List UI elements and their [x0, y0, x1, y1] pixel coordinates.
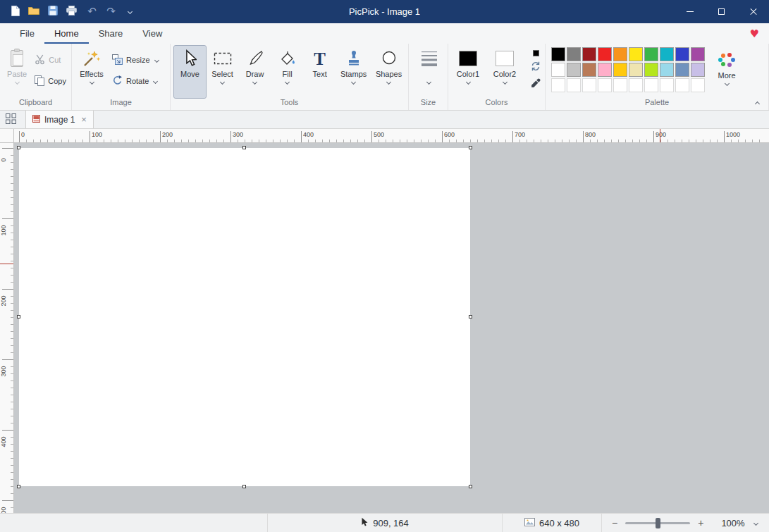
line-size-icon — [421, 47, 438, 70]
stamp-icon — [345, 47, 362, 70]
horizontal-ruler: 01002003004005006007008009001000 — [14, 129, 769, 143]
maximize-button[interactable] — [706, 0, 737, 23]
palette-swatch-0-3[interactable] — [598, 47, 612, 61]
collapse-ribbon-button[interactable] — [754, 97, 761, 107]
tool-fill-button[interactable]: Fill — [271, 46, 303, 98]
canvas[interactable] — [19, 148, 470, 486]
resize-handle-middle-right[interactable] — [469, 315, 472, 318]
tab-close-icon[interactable]: × — [81, 114, 87, 125]
palette-swatch-2-0[interactable] — [551, 78, 565, 92]
palette-swatch-0-8[interactable] — [675, 47, 689, 61]
color1-button[interactable]: Color1 — [452, 46, 484, 98]
open-file-button[interactable] — [25, 0, 42, 23]
resize-handle-bottom-right[interactable] — [469, 485, 472, 488]
palette-swatch-1-7[interactable] — [660, 63, 674, 77]
resize-handle-bottom-middle[interactable] — [242, 485, 246, 488]
rotate-button[interactable]: Rotate — [109, 74, 163, 88]
save-button[interactable] — [44, 0, 61, 23]
palette-swatch-0-7[interactable] — [660, 47, 674, 61]
tool-draw-button[interactable]: Draw — [239, 46, 271, 98]
tool-select-button[interactable]: Select — [207, 46, 238, 98]
palette-swatch-2-2[interactable] — [582, 78, 596, 92]
palette-swatch-0-5[interactable] — [629, 47, 643, 61]
chevron-down-icon — [465, 80, 472, 84]
current-color-well[interactable] — [533, 50, 539, 56]
palette-swatch-0-2[interactable] — [582, 47, 596, 61]
print-button[interactable] — [63, 0, 80, 23]
tab-home[interactable]: Home — [44, 23, 89, 44]
tool-text-button[interactable]: T Text — [304, 46, 336, 98]
tool-move-button[interactable]: Move — [174, 46, 206, 98]
palette-swatch-2-9[interactable] — [691, 78, 705, 92]
palette-swatch-1-2[interactable] — [582, 63, 596, 77]
swap-colors-button[interactable] — [531, 61, 541, 73]
undo-button[interactable]: ↶ — [83, 0, 101, 23]
palette-swatch-0-4[interactable] — [613, 47, 627, 61]
zoom-level[interactable]: 100% — [721, 518, 744, 528]
tool-shapes-button[interactable]: Shapes — [371, 46, 406, 98]
tab-view[interactable]: View — [133, 23, 172, 44]
palette-swatch-2-6[interactable] — [644, 78, 658, 92]
palette-swatch-1-8[interactable] — [675, 63, 689, 77]
resize-handle-bottom-left[interactable] — [17, 485, 20, 488]
h-ruler-tick — [371, 131, 372, 142]
palette-swatch-1-5[interactable] — [629, 63, 643, 77]
zoom-slider-handle[interactable] — [656, 518, 660, 528]
palette-swatch-0-1[interactable] — [567, 47, 581, 61]
palette-swatch-0-0[interactable] — [551, 47, 565, 61]
new-file-button[interactable] — [6, 0, 23, 23]
resize-handle-top-left[interactable] — [17, 146, 20, 149]
palette-swatch-2-3[interactable] — [598, 78, 612, 92]
heart-icon[interactable]: ♥ — [750, 27, 759, 40]
resize-handle-middle-left[interactable] — [17, 315, 20, 318]
palette-swatch-1-0[interactable] — [551, 63, 565, 77]
line-size-button[interactable] — [413, 46, 445, 98]
resize-button[interactable]: Resize — [109, 53, 163, 67]
resize-handle-top-right[interactable] — [469, 146, 472, 149]
paste-icon — [8, 47, 25, 70]
palette-swatch-1-3[interactable] — [598, 63, 612, 77]
paste-button[interactable]: Paste — [4, 46, 30, 98]
ribbon-group-image: Effects Resize Rotate Image — [72, 44, 171, 110]
v-ruler-tick — [2, 218, 13, 219]
titlebar: PicPick - Image 1 ↶ ↷ — [0, 0, 769, 23]
palette-swatch-0-9[interactable] — [691, 47, 705, 61]
palette-swatch-2-7[interactable] — [660, 78, 674, 92]
zoom-out-button[interactable]: − — [612, 518, 617, 528]
chevron-down-icon — [350, 80, 357, 84]
resize-handle-top-middle[interactable] — [242, 146, 246, 149]
effects-button[interactable]: Effects — [75, 46, 108, 98]
palette-swatch-1-4[interactable] — [613, 63, 627, 77]
redo-button[interactable]: ↷ — [102, 0, 120, 23]
palette-swatch-2-5[interactable] — [629, 78, 643, 92]
close-button[interactable] — [737, 0, 769, 23]
palette-swatch-2-4[interactable] — [613, 78, 627, 92]
tab-share[interactable]: Share — [89, 23, 133, 44]
palette-swatch-1-6[interactable] — [644, 63, 658, 77]
save-icon — [48, 6, 58, 18]
h-ruler-tick — [583, 131, 584, 142]
customize-qat-button[interactable] — [121, 0, 139, 23]
tab-file[interactable]: File — [10, 23, 44, 44]
minimize-button[interactable] — [674, 0, 706, 23]
maximize-icon — [718, 8, 725, 15]
more-colors-button[interactable]: More — [712, 47, 742, 98]
chevron-down-icon[interactable] — [753, 521, 759, 525]
cursor-position-icon — [361, 517, 368, 529]
zoom-slider[interactable] — [625, 518, 690, 528]
palette-swatch-2-1[interactable] — [567, 78, 581, 92]
palette-swatch-1-9[interactable] — [691, 63, 705, 77]
eyedropper-button[interactable] — [531, 78, 541, 90]
ribbon-group-colors: Color1 Color2 Colors — [448, 44, 546, 110]
tool-stamps-button[interactable]: Stamps — [336, 46, 371, 98]
tab-image-1[interactable]: Image 1 × — [25, 111, 94, 128]
palette-swatch-2-8[interactable] — [675, 78, 689, 92]
copy-button[interactable]: Copy — [32, 74, 69, 88]
color2-button[interactable]: Color2 — [488, 46, 521, 98]
h-ruler-tick — [301, 131, 302, 142]
cut-button[interactable]: Cut — [32, 53, 69, 67]
palette-swatch-1-1[interactable] — [567, 63, 581, 77]
zoom-in-button[interactable]: + — [698, 518, 703, 528]
palette-swatch-0-6[interactable] — [644, 47, 658, 61]
window-grid-button[interactable] — [0, 111, 21, 128]
